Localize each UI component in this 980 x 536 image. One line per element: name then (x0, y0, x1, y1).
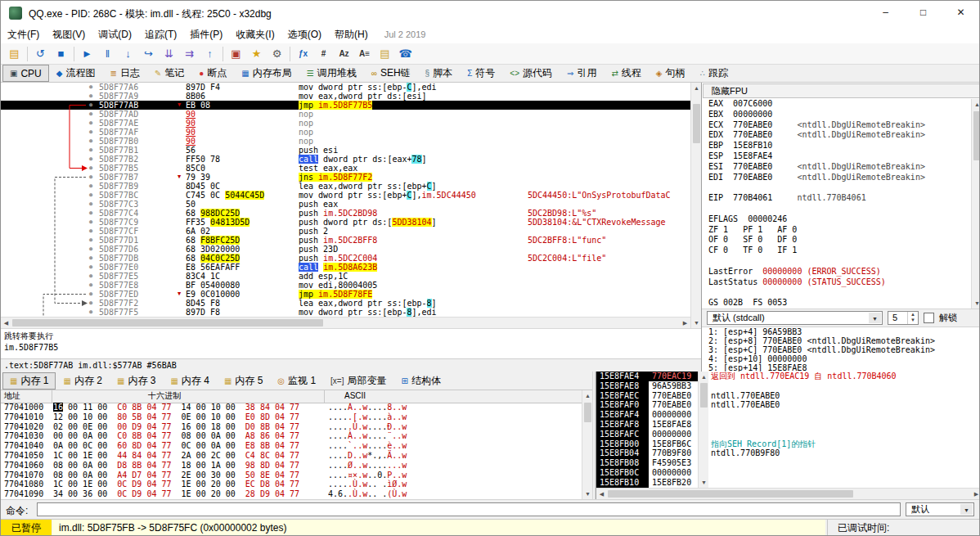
menu-item[interactable]: 收藏夹(I) (229, 26, 281, 43)
argument-line[interactable]: 4: [esp+10] 00000000 (708, 354, 980, 363)
open-file-button[interactable]: ▤ (4, 45, 25, 63)
scroll-up-arrow[interactable]: ▲ (972, 99, 980, 110)
scroll-left-arrow[interactable]: ◀ (596, 489, 607, 499)
scroll-thumb[interactable] (12, 319, 323, 327)
stack-row[interactable]: 15E8FAE4770EAC19返回到 ntdll.770EAC19 自 ntd… (596, 372, 980, 381)
dump-row[interactable]: 7704100016 00 11 00 C0 8B 04 77 14 00 10… (1, 403, 582, 412)
breakpoint-dot[interactable]: ● (89, 119, 92, 128)
menu-item[interactable]: 帮助(H) (328, 26, 375, 43)
register-line[interactable]: ECX 770EABE0 <ntdll.DbgUiRemoteBreakin> (708, 120, 971, 131)
breakpoint-dot[interactable]: ● (89, 83, 92, 92)
breakpoint-dot[interactable]: ● (89, 173, 92, 182)
stack-row[interactable]: 15E8FAE896A59BB3 (596, 381, 980, 391)
disasm-row[interactable]: ●5D8F77A6897D F4mov dword ptr ss:[ebp-C]… (1, 83, 690, 92)
close-button[interactable]: ✕ (942, 1, 979, 25)
tab-source[interactable]: <>源代码 (502, 65, 560, 82)
disasm-row[interactable]: ●5D8F77B98D45 0Clea eax,dword ptr ss:[eb… (1, 182, 690, 191)
dump-row[interactable]: 7704106008 00 0A 00 D8 8B 04 77 18 00 1A… (1, 461, 582, 471)
disasm-row[interactable]: ●5D8F77D168 F8BFC25Dpush im.5DC2BFF85DC2… (1, 236, 690, 245)
calling-convention-select[interactable]: 默认 (stdcall) ▼ (707, 311, 883, 325)
register-line[interactable]: EIP 770B4061 ntdll.770B4061 (708, 193, 971, 204)
scroll-thumb[interactable] (700, 383, 708, 408)
disasm-row[interactable]: ●5D8F77A98B06mov eax,dword ptr ds:[esi] (1, 92, 690, 101)
disasm-row[interactable]: ●5D8F77C468 988DC25Dpush im.5DC2BD985DC2… (1, 209, 690, 218)
tab-struct[interactable]: ⊞结构体 (394, 372, 448, 390)
disasm-row[interactable]: ●5D8F77BCC745 0C 5044C45Dmov dword ptr s… (1, 191, 690, 200)
breakpoint-dot[interactable]: ● (89, 200, 92, 209)
scroll-left-arrow[interactable]: ◀ (1, 318, 11, 328)
breakpoint-dot[interactable]: ● (89, 146, 92, 155)
tab-script[interactable]: §脚本 (418, 65, 461, 82)
tab-call-stack[interactable]: ☰调用堆栈 (299, 65, 364, 82)
disasm-row[interactable]: ●5D8F77C9FF35 04813D5Dpush dword ptr ds:… (1, 218, 690, 227)
dump-row[interactable]: 7704102002 00 0E 00 00 D9 04 77 16 00 18… (1, 422, 582, 432)
disasm-row[interactable]: ●5D8F77DB68 04C0C25Dpush im.5DC2C0045DC2… (1, 254, 690, 263)
menu-item[interactable]: 追踪(T) (138, 26, 183, 43)
argument-line[interactable]: 5: [esp+14] 15E8FAE8 (708, 363, 980, 372)
settings-button[interactable]: ⚙ (267, 45, 287, 63)
argument-line[interactable]: 1: [esp+4] 96A59BB3 (708, 327, 980, 336)
disasm-row[interactable]: ●5D8F77E0E8 56EAFAFFcall im.5D8A623B (1, 263, 690, 272)
tab-log[interactable]: ≣日志 (103, 65, 147, 82)
disasm-row[interactable]: ●5D8F77F28D45 F8lea eax,dword ptr ss:[eb… (1, 299, 690, 308)
disasm-row[interactable]: ●5D8F77C350push eax (1, 200, 690, 209)
dump-row[interactable]: 7704109034 00 36 00 0C D9 04 77 1E 00 20… (1, 489, 582, 499)
tab-graph[interactable]: ◆流程图 (49, 65, 103, 82)
tab-symbols[interactable]: Σ符号 (460, 65, 502, 82)
disasm-row[interactable]: ●5D8F77B2FF50 78call dword ptr ds:[eax+7… (1, 155, 690, 164)
modem-button[interactable]: ☎ (395, 45, 416, 63)
stack-row[interactable]: 15E8FAF0770EABE0ntdll.770EABE0 (596, 400, 980, 410)
breakpoint-dot[interactable]: ● (89, 218, 92, 227)
disasm-row[interactable]: ●5D8F77ED▼E9 0C010000jmp im.5D8F78FE (1, 290, 690, 299)
scroll-down-arrow[interactable]: ▼ (699, 477, 709, 488)
hide-fpu-button[interactable]: 隐藏FPU (703, 83, 980, 98)
argument-line[interactable]: 3: [esp+C] 770EABE0 <ntdll.DbgUiRemoteBr… (708, 345, 980, 354)
breakpoint-dot[interactable]: ● (89, 272, 92, 281)
topmost-button[interactable]: A≡ (354, 45, 375, 63)
breakpoint-dot[interactable]: ● (89, 128, 92, 137)
disasm-row[interactable]: ●5D8F77B090nop (1, 137, 690, 146)
chevron-down-icon[interactable]: ▼ (960, 504, 973, 515)
register-line[interactable]: LastError 00000000 (ERROR_SUCCESS) (708, 267, 971, 277)
breakpoint-dot[interactable]: ● (89, 92, 92, 101)
register-line[interactable] (708, 204, 971, 214)
stack-row[interactable]: 15E8FB0C00000000 (596, 468, 980, 478)
register-line[interactable]: ESP 15E8FAE4 (708, 151, 971, 162)
minimize-button[interactable]: – (867, 1, 904, 25)
menu-item[interactable]: 调试(D) (92, 26, 138, 43)
dump-row[interactable]: 770410501C 00 1E 00 44 84 04 77 2A 00 2C… (1, 451, 582, 461)
tab-references[interactable]: ⇒引用 (560, 65, 604, 82)
tab-cpu[interactable]: ▣CPU (2, 65, 49, 82)
tab-handles[interactable]: ◈句柄 (649, 65, 693, 82)
disasm-row[interactable]: ●5D8F77B7▼79 39jns im.5D8F77F2 (1, 173, 690, 182)
notes-button[interactable]: ▤ (375, 45, 395, 63)
stack-row[interactable]: 15E8FAF815E8FAE8 (596, 420, 980, 430)
stack-row[interactable]: 15E8FAEC770EABE0ntdll.770EABE0 (596, 391, 980, 401)
chevron-down-icon[interactable]: ▼ (869, 313, 881, 323)
scroll-down-arrow[interactable]: ▼ (972, 298, 980, 309)
breakpoint-dot[interactable]: ● (89, 290, 92, 299)
breakpoint-dot[interactable]: ● (89, 209, 92, 218)
argument-count-stepper[interactable]: 5 ▲▼ (888, 311, 919, 325)
maximize-button[interactable]: □ (905, 1, 942, 25)
scroll-thumb[interactable] (693, 104, 700, 143)
breakpoint-dot[interactable]: ● (89, 281, 92, 290)
breakpoint-dot[interactable]: ● (89, 101, 92, 110)
tab-threads[interactable]: ⇄线程 (604, 65, 648, 82)
calculator-button[interactable]: ƒx (293, 45, 313, 63)
favourites-button[interactable]: ★ (246, 45, 267, 63)
dump-row[interactable]: 7704101012 00 10 00 80 5B 04 77 0E 00 10… (1, 412, 582, 422)
tab-dump-3[interactable]: ▦内存 3 (110, 372, 163, 390)
stack-row[interactable]: 15E8FAFC00000000 (596, 430, 980, 439)
trace-into-button[interactable]: ⇊ (159, 45, 179, 63)
stack-row[interactable]: 15E8FB08F45905E3 (596, 458, 980, 468)
dump-row[interactable]: 770410400A 00 0C 00 60 8D 04 77 0C 00 0A… (1, 441, 582, 451)
disasm-row[interactable]: ●5D8F77E583C4 1Cadd esp,1C (1, 272, 690, 281)
register-line[interactable]: EFLAGS 00000246 (708, 214, 971, 225)
command-history-select[interactable]: 默认 ▼ (906, 502, 974, 516)
scroll-up-arrow[interactable]: ▲ (699, 372, 709, 382)
stack-row[interactable]: 15E8FAF400000000 (596, 410, 980, 420)
tab-memory-map[interactable]: ▦内存布局 (234, 65, 299, 82)
register-line[interactable]: ESI 770EABE0 <ntdll.DbgUiRemoteBreakin> (708, 162, 971, 173)
tab-seh[interactable]: ∞SEH链 (364, 65, 418, 82)
